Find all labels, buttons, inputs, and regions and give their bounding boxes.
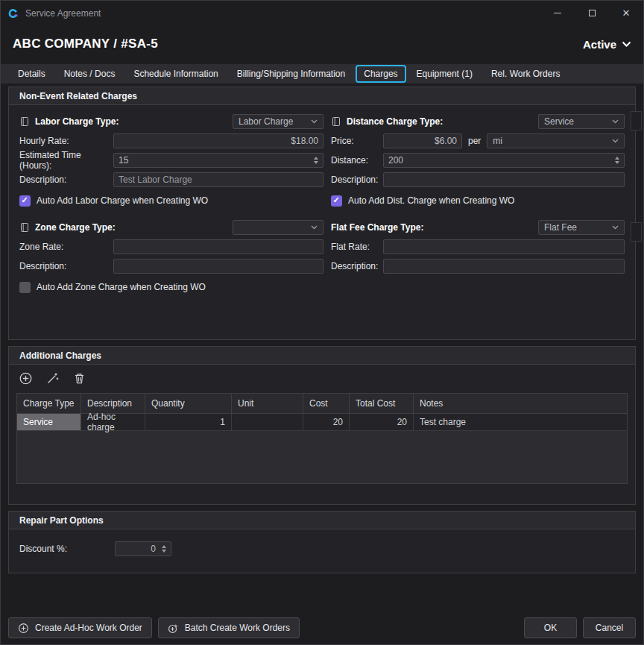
tab-bar: Details Notes / Docs Schedule Informatio…: [1, 64, 643, 84]
zone-description-input[interactable]: [113, 259, 323, 274]
trash-icon: [72, 371, 86, 386]
column-header-notes[interactable]: Notes: [414, 394, 627, 413]
tab-rel-work-orders[interactable]: Rel. Work Orders: [483, 65, 568, 83]
auto-add-distance-checkbox[interactable]: [331, 195, 342, 207]
additional-charges-group: Additional Charges Charge Type Descripti…: [8, 346, 636, 505]
hourly-rate-input[interactable]: $18.00: [113, 133, 323, 148]
zone-description-label: Description:: [19, 261, 113, 271]
tab-billing-shipping-information[interactable]: Billing/Shipping Information: [229, 65, 353, 83]
stepper-icon[interactable]: [615, 157, 619, 164]
maximize-icon: [589, 10, 596, 16]
flat-fee-charge-type-dropdown[interactable]: Flat Fee: [538, 220, 625, 235]
column-header-quantity[interactable]: Quantity: [145, 394, 232, 413]
auto-add-labor-checkbox[interactable]: [19, 195, 31, 207]
record-title: ABC COMPANY / #SA-5: [13, 37, 158, 51]
cell-cost[interactable]: 20: [303, 414, 350, 430]
title-bar: Service Agreement ✕: [1, 1, 643, 25]
estimated-time-input[interactable]: 15: [113, 153, 323, 168]
chevron-down-icon: [612, 139, 619, 143]
tab-charges[interactable]: Charges: [356, 65, 405, 83]
distance-input[interactable]: 200: [383, 153, 625, 168]
minimize-button[interactable]: [540, 1, 575, 25]
zone-charge-type-label: Zone Charge Type:: [35, 222, 116, 233]
close-button[interactable]: ✕: [609, 1, 643, 25]
delete-charge-button[interactable]: [72, 371, 86, 386]
app-logo-icon: [7, 7, 19, 19]
labor-description-input[interactable]: Test Labor Charge: [113, 172, 323, 187]
additional-charges-table: Charge Type Description Quantity Unit Co…: [16, 393, 628, 484]
cell-total-cost[interactable]: 20: [350, 414, 414, 430]
cell-notes[interactable]: Test charge: [414, 414, 627, 430]
auto-add-distance-label: Auto Add Dist. Charge when Creating WO: [348, 195, 514, 206]
tab-notes-docs[interactable]: Notes / Docs: [56, 65, 124, 83]
repair-part-options-header: Repair Part Options: [9, 512, 635, 529]
create-adhoc-work-order-button[interactable]: Create Ad-Hoc Work Order: [8, 617, 152, 638]
maximize-button[interactable]: [575, 1, 609, 25]
stepper-icon[interactable]: [162, 545, 166, 553]
service-agreement-window: Service Agreement ✕ ABC COMPANY / #SA-5 …: [0, 0, 644, 645]
column-header-charge-type[interactable]: Charge Type: [17, 394, 81, 413]
column-header-description[interactable]: Description: [81, 394, 145, 413]
price-input[interactable]: $6.00: [383, 133, 462, 148]
charge-type-lookup-icon: [19, 116, 30, 127]
labor-description-label: Description:: [19, 174, 113, 185]
scrollbar-notch[interactable]: [631, 222, 642, 242]
tab-content: Non-Event Related Charges Labor Charge T…: [1, 84, 643, 644]
repair-part-options-group: Repair Part Options Discount %: 0: [8, 511, 636, 573]
batch-create-work-orders-button[interactable]: Batch Create Work Orders: [158, 617, 300, 638]
chevron-down-icon: [311, 225, 318, 230]
auto-add-zone-label: Auto Add Zone Charge when Creating WO: [37, 282, 206, 292]
table-empty-area: [17, 431, 627, 483]
cell-description[interactable]: Ad-hoc charge: [81, 414, 145, 430]
discount-input[interactable]: 0: [115, 541, 171, 556]
cell-quantity[interactable]: 1: [145, 414, 232, 430]
status-dropdown[interactable]: Active: [583, 38, 631, 51]
zone-charge-type-dropdown[interactable]: [233, 220, 323, 235]
charge-type-lookup-icon: [331, 116, 341, 127]
zone-rate-input[interactable]: [113, 239, 323, 254]
table-row[interactable]: Service Ad-hoc charge 1 20 20 Test charg…: [17, 414, 627, 431]
flat-rate-input[interactable]: [383, 239, 625, 254]
status-value: Active: [583, 38, 616, 51]
cell-unit[interactable]: [232, 414, 303, 430]
distance-charge-type-dropdown[interactable]: Service: [538, 114, 625, 129]
flat-fee-description-label: Description:: [331, 261, 383, 271]
column-header-unit[interactable]: Unit: [232, 394, 303, 413]
stepper-icon[interactable]: [314, 157, 318, 164]
batch-plus-icon: [168, 623, 179, 634]
edit-charge-button[interactable]: [45, 371, 60, 386]
cell-charge-type[interactable]: Service: [17, 414, 81, 430]
distance-description-label: Description:: [331, 174, 383, 185]
tab-details[interactable]: Details: [10, 65, 54, 83]
plus-circle-icon: [18, 623, 29, 634]
labor-charge-type-dropdown[interactable]: Labor Charge: [233, 114, 323, 129]
magic-wand-icon: [45, 371, 60, 386]
column-header-total-cost[interactable]: Total Cost: [350, 394, 414, 413]
add-charge-button[interactable]: [18, 371, 33, 386]
distance-description-input[interactable]: [383, 172, 625, 187]
estimated-time-label: Estimated Time (Hours):: [19, 150, 113, 171]
tab-schedule-information[interactable]: Schedule Information: [125, 65, 226, 83]
chevron-down-icon: [612, 119, 619, 124]
auto-add-zone-checkbox[interactable]: [19, 282, 31, 293]
chevron-down-icon: [622, 41, 631, 47]
flat-fee-description-input[interactable]: [383, 259, 625, 274]
minimize-icon: [554, 13, 561, 13]
distance-unit-dropdown[interactable]: mi: [487, 133, 625, 148]
scrollbar-notch[interactable]: [631, 111, 642, 130]
record-header: ABC COMPANY / #SA-5 Active: [1, 25, 643, 63]
ok-button[interactable]: OK: [524, 617, 577, 638]
discount-label: Discount %:: [19, 544, 115, 554]
non-event-charges-header: Non-Event Related Charges: [9, 87, 635, 105]
distance-charge-type-label: Distance Charge Type:: [347, 116, 443, 127]
column-header-cost[interactable]: Cost: [303, 394, 350, 413]
cancel-button[interactable]: Cancel: [583, 617, 636, 638]
window-title: Service Agreement: [25, 8, 101, 19]
close-icon: ✕: [622, 8, 631, 18]
tab-equipment[interactable]: Equipment (1): [408, 65, 481, 83]
non-event-charges-group: Non-Event Related Charges Labor Charge T…: [8, 86, 636, 340]
zone-rate-label: Zone Rate:: [19, 242, 113, 252]
additional-charges-toolbar: [9, 365, 635, 390]
flat-fee-charge-type-label: Flat Fee Charge Type:: [331, 222, 423, 233]
labor-charge-type-label: Labor Charge Type:: [35, 116, 119, 127]
